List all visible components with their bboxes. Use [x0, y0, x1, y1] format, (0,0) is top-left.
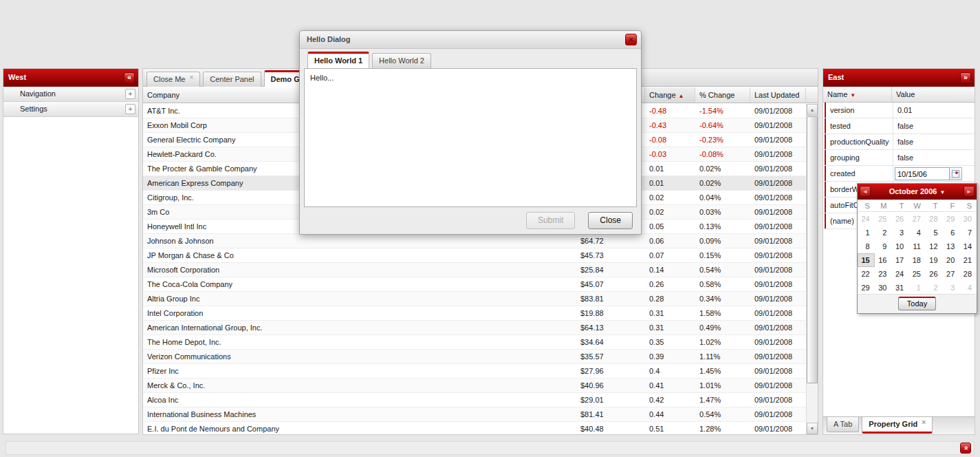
table-row[interactable]: International Business Machines$81.410.4… — [143, 407, 806, 422]
next-month-icon[interactable]: ► — [963, 186, 974, 197]
tab-center-panel[interactable]: Center Panel — [203, 72, 261, 87]
table-row[interactable]: Intel Corporation$19.880.311.58%09/01/20… — [143, 306, 806, 321]
calendar-day[interactable]: 16 — [875, 253, 892, 267]
accordion-item-settings[interactable]: Settings+ — [3, 102, 138, 117]
property-row[interactable]: version0.01 — [823, 103, 974, 118]
calendar-day[interactable]: 19 — [926, 253, 943, 267]
east-tab-property-grid[interactable]: Property Grid× — [862, 417, 933, 434]
calendar-day[interactable]: 25 — [908, 267, 926, 281]
tab-close-me[interactable]: Close Me× — [146, 72, 200, 87]
calendar-day[interactable]: 30 — [959, 212, 977, 226]
tab-close-icon[interactable]: × — [922, 418, 926, 426]
scroll-down-icon[interactable]: ▼ — [807, 423, 818, 434]
calendar-trigger-icon[interactable] — [950, 167, 962, 180]
calendar-day[interactable]: 31 — [891, 281, 908, 295]
table-row[interactable]: Alcoa Inc$29.010.421.47%09/01/2008 — [143, 393, 806, 407]
column-header-change[interactable]: Change▲ — [645, 87, 695, 103]
calendar-day[interactable]: 6 — [943, 226, 960, 240]
submit-button[interactable]: Submit — [526, 212, 575, 229]
dialog-titlebar[interactable]: Hello Dialog × — [300, 31, 641, 49]
month-title[interactable]: October 2006 — [889, 187, 937, 195]
calendar-day[interactable]: 24 — [891, 267, 908, 281]
calendar-day[interactable]: 8 — [858, 240, 875, 253]
calendar-day[interactable]: 21 — [959, 253, 977, 267]
today-button[interactable]: Today — [898, 297, 936, 310]
calendar-day[interactable]: 4 — [959, 281, 977, 295]
calendar-day[interactable]: 11 — [908, 240, 926, 253]
dialog-tab-hello-world-2[interactable]: Hello World 2 — [372, 53, 431, 68]
expand-plus-icon[interactable]: + — [125, 89, 135, 99]
calendar-day[interactable]: 1 — [908, 281, 926, 295]
calendar-day[interactable]: 2 — [875, 226, 892, 240]
expand-plus-icon[interactable]: + — [125, 104, 135, 114]
table-row[interactable]: JP Morgan & Chase & Co$45.730.070.15%09/… — [143, 248, 806, 263]
calendar-day[interactable]: 26 — [891, 212, 908, 226]
table-row[interactable]: Altria Group Inc$83.810.280.34%09/01/200… — [143, 292, 806, 306]
dialog-title: Hello Dialog — [307, 35, 351, 43]
table-row[interactable]: The Home Depot, Inc.$34.640.351.02%09/01… — [143, 335, 806, 350]
calendar-day[interactable]: 26 — [926, 267, 943, 281]
grid-cell: 09/01/2008 — [750, 277, 806, 291]
table-row[interactable]: Merck & Co., Inc.$40.960.411.01%09/01/20… — [143, 379, 806, 393]
column-header-value[interactable]: Value — [892, 87, 963, 102]
calendar-day[interactable]: 14 — [959, 240, 977, 253]
calendar-day[interactable]: 1 — [858, 226, 875, 240]
calendar-day[interactable]: 18 — [908, 253, 926, 267]
table-row[interactable]: Microsoft Corporation$25.840.140.54%09/0… — [143, 263, 806, 277]
date-picker-header[interactable]: ◄ October 2006▼ ► — [858, 184, 977, 200]
month-dropdown-icon[interactable]: ▼ — [939, 189, 945, 195]
calendar-day[interactable]: 3 — [891, 226, 908, 240]
calendar-day[interactable]: 3 — [943, 281, 960, 295]
calendar-day[interactable]: 25 — [875, 212, 892, 226]
accordion-item-navigation[interactable]: Navigation+ — [3, 87, 138, 102]
property-row[interactable]: productionQualityfalse — [823, 134, 974, 150]
grid-cell: 09/01/2008 — [750, 176, 806, 190]
table-row[interactable]: Verizon Communications$35.570.391.11%09/… — [143, 350, 806, 364]
calendar-day[interactable]: 22 — [858, 267, 875, 281]
column-header-last-updated[interactable]: Last Updated — [750, 87, 806, 103]
column-header-name[interactable]: Name▼ — [823, 87, 892, 102]
prev-month-icon[interactable]: ◄ — [860, 186, 871, 197]
calendar-day[interactable]: 20 — [943, 253, 960, 267]
calendar-day[interactable]: 7 — [959, 226, 977, 240]
east-tab-a-tab[interactable]: A Tab — [827, 417, 859, 432]
calendar-day[interactable]: 9 — [875, 240, 892, 253]
tab-close-icon[interactable]: × — [189, 74, 193, 81]
calendar-day[interactable]: 27 — [908, 212, 926, 226]
calendar-day[interactable]: 24 — [858, 212, 875, 226]
calendar-day[interactable]: 10 — [891, 240, 908, 253]
calendar-day[interactable]: 4 — [908, 226, 926, 240]
calendar-day[interactable]: 29 — [943, 212, 960, 226]
property-row[interactable]: testedfalse — [823, 118, 974, 134]
close-button[interactable]: Close — [588, 212, 633, 229]
table-row[interactable]: The Coca-Cola Company$45.070.260.58%09/0… — [143, 277, 806, 292]
calendar-day[interactable]: 17 — [891, 253, 908, 267]
dialog-tab-hello-world-1[interactable]: Hello World 1 — [307, 52, 369, 68]
property-row[interactable]: created — [823, 166, 974, 182]
calendar-day[interactable]: 15 — [858, 253, 875, 267]
calendar-day[interactable]: 27 — [943, 267, 960, 281]
vertical-scrollbar[interactable]: ▲ ▼ — [806, 104, 818, 434]
calendar-day[interactable]: 28 — [959, 267, 977, 281]
collapse-right-icon[interactable]: » — [960, 72, 971, 83]
date-input[interactable] — [895, 167, 950, 180]
column-header-pct-change[interactable]: % Change — [695, 87, 750, 103]
calendar-day[interactable]: 28 — [926, 212, 943, 226]
property-row[interactable]: groupingfalse — [823, 150, 974, 166]
table-row[interactable]: Pfizer Inc$27.960.41.45%09/01/2008 — [143, 364, 806, 379]
table-row[interactable]: American International Group, Inc.$64.13… — [143, 321, 806, 335]
scroll-up-icon[interactable]: ▲ — [807, 104, 818, 116]
expand-up-icon[interactable]: » — [960, 443, 971, 454]
table-row[interactable]: E.I. du Pont de Nemours and Company$40.4… — [143, 422, 806, 434]
calendar-day[interactable]: 23 — [875, 267, 892, 281]
collapse-left-icon[interactable]: « — [124, 72, 135, 83]
calendar-day[interactable]: 13 — [943, 240, 960, 253]
close-icon[interactable]: × — [625, 34, 637, 45]
calendar-day[interactable]: 30 — [875, 281, 892, 295]
scrollbar-thumb[interactable] — [807, 116, 818, 383]
calendar-day[interactable]: 29 — [858, 281, 875, 295]
table-row[interactable]: Johnson & Johnson$64.720.060.09%09/01/20… — [143, 234, 806, 248]
calendar-day[interactable]: 12 — [926, 240, 943, 253]
calendar-day[interactable]: 5 — [926, 226, 943, 240]
calendar-day[interactable]: 2 — [926, 281, 943, 295]
